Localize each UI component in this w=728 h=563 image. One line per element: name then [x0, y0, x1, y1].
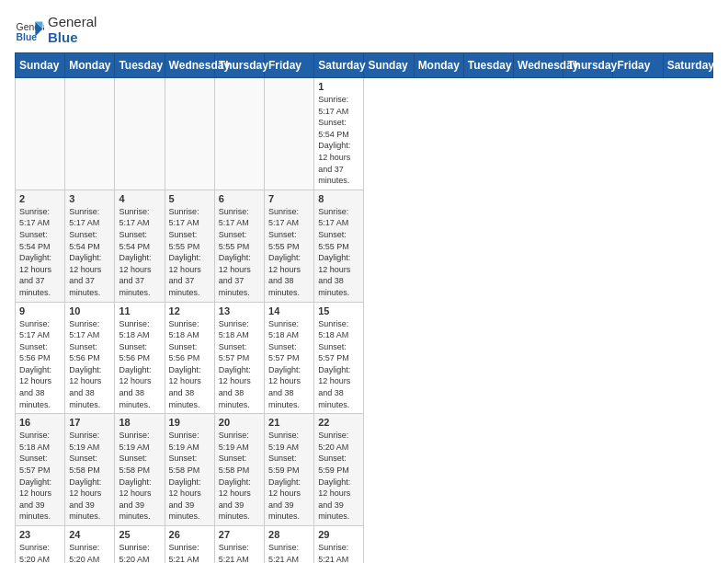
day-number: 26 [169, 529, 210, 540]
day-number: 12 [169, 305, 210, 316]
day-info: Sunrise: 5:21 AM Sunset: 6:00 PM Dayligh… [318, 542, 359, 563]
day-info: Sunrise: 5:17 AM Sunset: 5:55 PM Dayligh… [268, 206, 310, 299]
day-number: 24 [69, 529, 110, 540]
day-cell: 21Sunrise: 5:19 AM Sunset: 5:59 PM Dayli… [265, 414, 314, 526]
day-cell: 19Sunrise: 5:19 AM Sunset: 5:58 PM Dayli… [165, 414, 214, 526]
day-number: 8 [318, 193, 359, 204]
day-cell: 14Sunrise: 5:18 AM Sunset: 5:57 PM Dayli… [265, 302, 314, 414]
day-number: 10 [69, 305, 110, 316]
day-info: Sunrise: 5:18 AM Sunset: 5:57 PM Dayligh… [318, 318, 359, 411]
day-cell: 29Sunrise: 5:21 AM Sunset: 6:00 PM Dayli… [314, 526, 364, 564]
day-number: 28 [268, 529, 310, 540]
day-info: Sunrise: 5:21 AM Sunset: 6:00 PM Dayligh… [169, 542, 210, 563]
day-info: Sunrise: 5:17 AM Sunset: 5:54 PM Dayligh… [119, 206, 160, 299]
logo-general-text: General [48, 15, 97, 30]
day-number: 29 [318, 529, 359, 540]
day-cell [16, 78, 65, 190]
logo: General Blue General Blue [15, 15, 97, 45]
day-number: 20 [219, 417, 260, 428]
day-info: Sunrise: 5:19 AM Sunset: 5:58 PM Dayligh… [169, 430, 210, 523]
day-number: 13 [219, 305, 260, 316]
week-row-1: 2Sunrise: 5:17 AM Sunset: 5:54 PM Daylig… [16, 190, 713, 302]
day-header-tuesday: Tuesday [115, 53, 165, 78]
day-number: 3 [69, 193, 110, 204]
day-number: 21 [268, 417, 310, 428]
day-header-friday: Friday [265, 53, 314, 78]
day-info: Sunrise: 5:17 AM Sunset: 5:54 PM Dayligh… [19, 206, 61, 299]
day-header-thursday: Thursday [214, 53, 264, 78]
day-info: Sunrise: 5:20 AM Sunset: 5:59 PM Dayligh… [119, 542, 160, 563]
day-info: Sunrise: 5:21 AM Sunset: 6:00 PM Dayligh… [219, 542, 260, 563]
day-number: 17 [69, 417, 110, 428]
day-cell: 10Sunrise: 5:17 AM Sunset: 5:56 PM Dayli… [65, 302, 115, 414]
week-row-0: 1Sunrise: 5:17 AM Sunset: 5:54 PM Daylig… [16, 78, 713, 190]
week-row-3: 16Sunrise: 5:18 AM Sunset: 5:57 PM Dayli… [16, 414, 713, 526]
day-info: Sunrise: 5:17 AM Sunset: 5:56 PM Dayligh… [69, 318, 110, 411]
day-cell: 5Sunrise: 5:17 AM Sunset: 5:55 PM Daylig… [165, 190, 214, 302]
day-cell [265, 78, 314, 190]
day-info: Sunrise: 5:18 AM Sunset: 5:57 PM Dayligh… [268, 318, 310, 411]
day-info: Sunrise: 5:20 AM Sunset: 5:59 PM Dayligh… [69, 542, 110, 563]
day-info: Sunrise: 5:17 AM Sunset: 5:56 PM Dayligh… [19, 318, 61, 411]
day-info: Sunrise: 5:18 AM Sunset: 5:56 PM Dayligh… [119, 318, 160, 411]
day-info: Sunrise: 5:20 AM Sunset: 5:59 PM Dayligh… [19, 542, 61, 563]
day-number: 6 [219, 193, 260, 204]
day-cell: 11Sunrise: 5:18 AM Sunset: 5:56 PM Dayli… [115, 302, 165, 414]
day-header-tuesday: Tuesday [463, 53, 513, 78]
day-number: 7 [268, 193, 310, 204]
day-cell [115, 78, 165, 190]
day-cell: 1Sunrise: 5:17 AM Sunset: 5:54 PM Daylig… [314, 78, 364, 190]
day-number: 14 [268, 305, 310, 316]
day-header-sunday: Sunday [16, 53, 65, 78]
day-cell: 7Sunrise: 5:17 AM Sunset: 5:55 PM Daylig… [265, 190, 314, 302]
day-info: Sunrise: 5:19 AM Sunset: 5:59 PM Dayligh… [268, 430, 310, 523]
day-cell [165, 78, 214, 190]
day-cell: 28Sunrise: 5:21 AM Sunset: 6:00 PM Dayli… [265, 526, 314, 564]
day-cell: 22Sunrise: 5:20 AM Sunset: 5:59 PM Dayli… [314, 414, 364, 526]
day-cell: 24Sunrise: 5:20 AM Sunset: 5:59 PM Dayli… [65, 526, 115, 564]
day-header-wednesday: Wednesday [165, 53, 214, 78]
day-number: 22 [318, 417, 359, 428]
day-number: 15 [318, 305, 359, 316]
calendar-table: SundayMondayTuesdayWednesdayThursdayFrid… [15, 52, 713, 563]
day-cell: 6Sunrise: 5:17 AM Sunset: 5:55 PM Daylig… [214, 190, 264, 302]
day-info: Sunrise: 5:17 AM Sunset: 5:54 PM Dayligh… [69, 206, 110, 299]
day-cell: 13Sunrise: 5:18 AM Sunset: 5:57 PM Dayli… [214, 302, 264, 414]
day-number: 5 [169, 193, 210, 204]
day-info: Sunrise: 5:17 AM Sunset: 5:55 PM Dayligh… [219, 206, 260, 299]
day-number: 27 [219, 529, 260, 540]
day-cell [65, 78, 115, 190]
day-number: 1 [318, 81, 359, 92]
week-row-2: 9Sunrise: 5:17 AM Sunset: 5:56 PM Daylig… [16, 302, 713, 414]
day-number: 4 [119, 193, 160, 204]
day-info: Sunrise: 5:19 AM Sunset: 5:58 PM Dayligh… [69, 430, 110, 523]
day-number: 9 [19, 305, 61, 316]
day-cell: 26Sunrise: 5:21 AM Sunset: 6:00 PM Dayli… [165, 526, 214, 564]
day-cell: 15Sunrise: 5:18 AM Sunset: 5:57 PM Dayli… [314, 302, 364, 414]
day-number: 16 [19, 417, 61, 428]
day-info: Sunrise: 5:17 AM Sunset: 5:55 PM Dayligh… [318, 206, 359, 299]
day-cell: 3Sunrise: 5:17 AM Sunset: 5:54 PM Daylig… [65, 190, 115, 302]
day-number: 2 [19, 193, 61, 204]
day-number: 25 [119, 529, 160, 540]
day-header-sunday: Sunday [364, 53, 414, 78]
day-info: Sunrise: 5:18 AM Sunset: 5:57 PM Dayligh… [219, 318, 260, 411]
day-info: Sunrise: 5:17 AM Sunset: 5:54 PM Dayligh… [318, 94, 359, 187]
day-header-saturday: Saturday [314, 53, 364, 78]
day-info: Sunrise: 5:18 AM Sunset: 5:56 PM Dayligh… [169, 318, 210, 411]
day-info: Sunrise: 5:19 AM Sunset: 5:58 PM Dayligh… [219, 430, 260, 523]
header: General Blue General Blue [15, 15, 713, 45]
week-row-4: 23Sunrise: 5:20 AM Sunset: 5:59 PM Dayli… [16, 526, 713, 564]
day-number: 11 [119, 305, 160, 316]
day-cell: 4Sunrise: 5:17 AM Sunset: 5:54 PM Daylig… [115, 190, 165, 302]
day-info: Sunrise: 5:17 AM Sunset: 5:55 PM Dayligh… [169, 206, 210, 299]
day-header-monday: Monday [65, 53, 115, 78]
day-header-wednesday: Wednesday [514, 53, 563, 78]
day-header-monday: Monday [414, 53, 463, 78]
day-number: 18 [119, 417, 160, 428]
day-info: Sunrise: 5:20 AM Sunset: 5:59 PM Dayligh… [318, 430, 359, 523]
day-cell [214, 78, 264, 190]
day-header-friday: Friday [613, 53, 663, 78]
day-number: 19 [169, 417, 210, 428]
day-header-saturday: Saturday [663, 53, 712, 78]
